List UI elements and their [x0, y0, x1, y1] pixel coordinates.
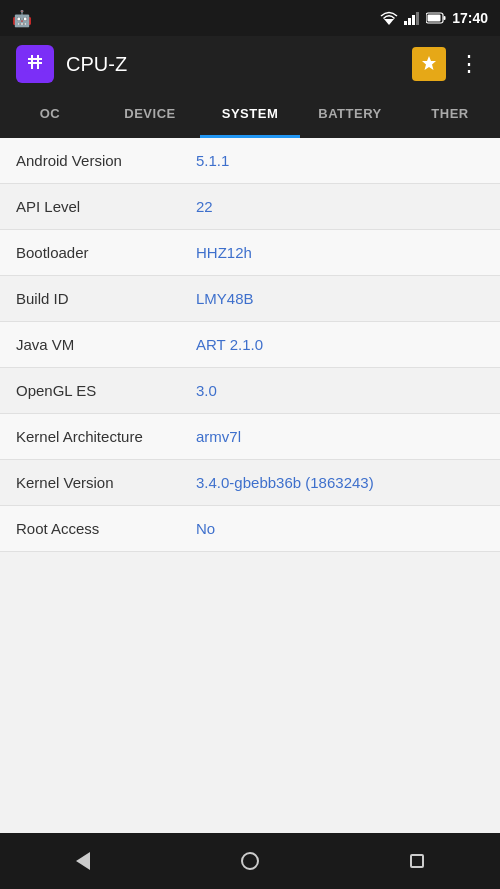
row-label: Bootloader — [16, 244, 196, 261]
row-value: armv7l — [196, 428, 484, 445]
table-row: Kernel Version 3.4.0-gbebb36b (1863243) — [0, 460, 500, 506]
row-value: 5.1.1 — [196, 152, 484, 169]
table-row: Build ID LMY48B — [0, 276, 500, 322]
table-row: Android Version 5.1.1 — [0, 138, 500, 184]
app-bar: CPU-Z ⋮ — [0, 36, 500, 92]
row-label: Android Version — [16, 152, 196, 169]
svg-rect-4 — [416, 12, 419, 25]
row-value: 22 — [196, 198, 484, 215]
row-label: OpenGL ES — [16, 382, 196, 399]
system-info-table: Android Version 5.1.1 API Level 22 Bootl… — [0, 138, 500, 833]
row-label: Kernel Architecture — [16, 428, 196, 445]
home-icon — [241, 852, 259, 870]
svg-rect-9 — [28, 58, 42, 60]
tab-system[interactable]: SYSTEM — [200, 92, 300, 138]
row-value: 3.0 — [196, 382, 484, 399]
svg-rect-12 — [37, 55, 39, 69]
row-label: Kernel Version — [16, 474, 196, 491]
svg-marker-0 — [384, 19, 394, 25]
table-row: Kernel Architecture armv7l — [0, 414, 500, 460]
recents-button[interactable] — [393, 837, 441, 885]
svg-rect-3 — [412, 15, 415, 25]
tab-battery[interactable]: BATTERY — [300, 92, 400, 138]
svg-rect-11 — [31, 55, 33, 69]
row-value: No — [196, 520, 484, 537]
app-icon — [16, 45, 54, 83]
table-row: OpenGL ES 3.0 — [0, 368, 500, 414]
recents-icon — [410, 854, 424, 868]
row-value: HHZ12h — [196, 244, 484, 261]
table-row: Bootloader HHZ12h — [0, 230, 500, 276]
back-icon — [76, 852, 90, 870]
back-button[interactable] — [59, 837, 107, 885]
row-value: 3.4.0-gbebb36b (1863243) — [196, 474, 484, 491]
nav-bar — [0, 833, 500, 889]
row-label: Java VM — [16, 336, 196, 353]
time-display: 17:40 — [452, 10, 488, 26]
status-bar: 🤖 17:40 — [0, 0, 500, 36]
svg-rect-2 — [408, 18, 411, 25]
tab-oc[interactable]: OC — [0, 92, 100, 138]
battery-icon — [426, 12, 446, 24]
row-label: Build ID — [16, 290, 196, 307]
table-row: API Level 22 — [0, 184, 500, 230]
award-button[interactable] — [412, 47, 446, 81]
svg-rect-6 — [444, 16, 446, 20]
svg-rect-7 — [428, 15, 441, 22]
tab-thermal[interactable]: THER — [400, 92, 500, 138]
app-title: CPU-Z — [66, 53, 400, 76]
app-icon-label — [24, 51, 46, 78]
row-label: API Level — [16, 198, 196, 215]
row-value: ART 2.1.0 — [196, 336, 484, 353]
status-bar-left: 🤖 — [12, 9, 32, 28]
app-bar-actions: ⋮ — [412, 47, 484, 81]
android-icon: 🤖 — [12, 9, 32, 28]
svg-rect-10 — [28, 62, 42, 64]
more-options-button[interactable]: ⋮ — [454, 49, 484, 79]
home-button[interactable] — [226, 837, 274, 885]
table-row: Root Access No — [0, 506, 500, 552]
status-bar-right: 17:40 — [380, 10, 488, 26]
signal-icon — [404, 11, 420, 25]
tab-device[interactable]: DEVICE — [100, 92, 200, 138]
row-value: LMY48B — [196, 290, 484, 307]
row-label: Root Access — [16, 520, 196, 537]
table-row: Java VM ART 2.1.0 — [0, 322, 500, 368]
svg-rect-1 — [404, 21, 407, 25]
tab-bar: OC DEVICE SYSTEM BATTERY THER — [0, 92, 500, 138]
wifi-icon — [380, 11, 398, 25]
